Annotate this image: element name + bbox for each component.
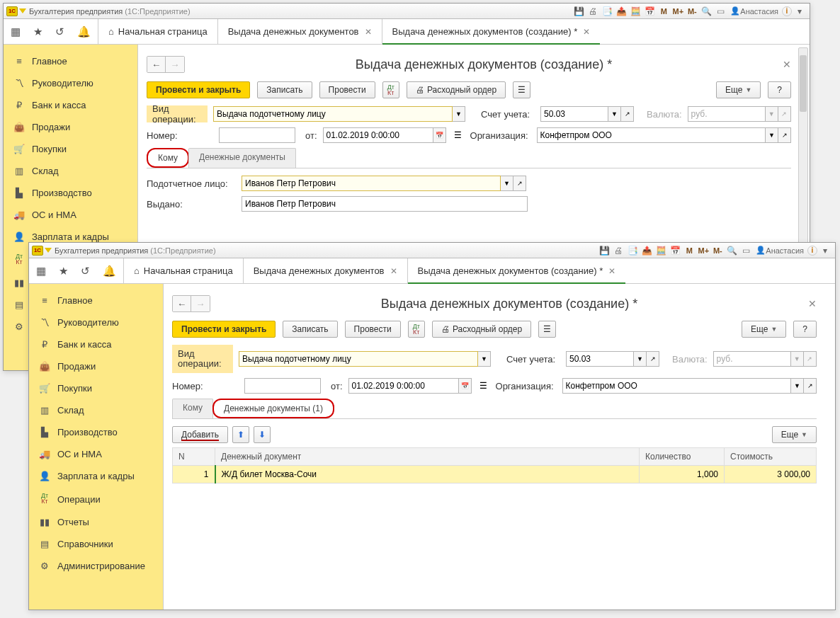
more-button[interactable]: Еще ▼ bbox=[716, 81, 761, 98]
open-icon[interactable]: ↗ bbox=[621, 106, 634, 122]
sidebar-item-sales[interactable]: 👜Продажи bbox=[4, 116, 137, 138]
post-button[interactable]: Провести bbox=[345, 321, 401, 338]
user-menu[interactable]: 👤 Анастасия bbox=[754, 244, 806, 257]
sidebar-item-sales[interactable]: 👜Продажи bbox=[29, 355, 163, 377]
close-icon[interactable]: ✕ bbox=[365, 27, 372, 37]
dtkt-button[interactable]: ДтКт bbox=[382, 81, 399, 98]
sidebar-item-bank[interactable]: ₽Банк и касса bbox=[29, 333, 163, 355]
export-icon[interactable]: 📤 bbox=[640, 244, 653, 257]
sidebar-item-main[interactable]: ≡Главное bbox=[4, 50, 137, 72]
list-icon[interactable]: ☰ bbox=[477, 381, 490, 391]
user-menu[interactable]: 👤 Анастасия bbox=[728, 5, 781, 18]
dropdown-icon[interactable]: ▼ bbox=[478, 351, 491, 367]
number-input[interactable] bbox=[219, 127, 295, 143]
save-icon[interactable]: 💾 bbox=[572, 5, 585, 18]
sidebar-item-purchases[interactable]: 🛒Покупки bbox=[29, 377, 163, 399]
star-icon[interactable]: ★ bbox=[59, 265, 68, 277]
memory-mminus-icon[interactable]: M- bbox=[686, 5, 698, 18]
bell-icon[interactable]: 🔔 bbox=[103, 265, 116, 277]
history-icon[interactable]: ↺ bbox=[81, 265, 90, 277]
zoom-icon[interactable]: 🔍 bbox=[725, 244, 738, 257]
tab-home[interactable]: ⌂ Начальная страница bbox=[98, 19, 217, 44]
title-menu-icon[interactable]: ▾ bbox=[819, 244, 832, 257]
account-input[interactable]: 50.03 bbox=[540, 106, 608, 122]
open-icon[interactable]: ↗ bbox=[513, 176, 526, 191]
sidebar-item-main[interactable]: ≡Главное bbox=[29, 290, 163, 311]
info-icon[interactable]: i bbox=[782, 6, 792, 16]
save-button[interactable]: Записать bbox=[283, 321, 337, 338]
open-icon[interactable]: ↗ bbox=[804, 378, 817, 394]
calendar-icon[interactable]: 📅 bbox=[643, 5, 656, 18]
sidebar-item-production[interactable]: ▙Производство bbox=[4, 182, 137, 204]
save-button[interactable]: Записать bbox=[257, 81, 312, 98]
sidebar-item-manager[interactable]: 〽Руководителю bbox=[29, 311, 163, 333]
structure-button[interactable]: ☰ bbox=[513, 81, 530, 98]
account-input[interactable]: 50.03 bbox=[566, 351, 634, 367]
compare-icon[interactable]: 📑 bbox=[601, 5, 613, 18]
page-close-button[interactable]: ✕ bbox=[808, 298, 817, 309]
tab-doc-active[interactable]: Выдача денежных документов (создание) * … bbox=[382, 19, 601, 44]
print-icon[interactable]: 🖨 bbox=[586, 5, 599, 18]
expense-order-button[interactable]: 🖨 Расходный ордер bbox=[407, 81, 506, 98]
sidebar-item-refs[interactable]: ▤Справочники bbox=[29, 533, 163, 555]
memory-m-icon[interactable]: M bbox=[657, 5, 670, 18]
op-type-select[interactable]: Выдача подотчетному лицу bbox=[239, 351, 478, 367]
sidebar-item-hr[interactable]: 👤Зарплата и кадры bbox=[29, 465, 163, 487]
post-button[interactable]: Провести bbox=[319, 81, 375, 98]
tab-money-docs[interactable]: Денежные документы (1) bbox=[212, 399, 334, 418]
col-cost[interactable]: Стоимость bbox=[725, 448, 817, 466]
close-icon[interactable]: ✕ bbox=[390, 266, 397, 276]
number-input[interactable] bbox=[244, 378, 321, 394]
print-icon[interactable]: 🖨 bbox=[612, 244, 625, 257]
col-qty[interactable]: Количество bbox=[640, 448, 725, 466]
memory-mplus-icon[interactable]: M+ bbox=[697, 244, 710, 257]
open-icon[interactable]: ↗ bbox=[647, 351, 659, 367]
tab-whom[interactable]: Кому bbox=[172, 399, 213, 418]
calendar-icon[interactable]: 📅 bbox=[669, 244, 681, 257]
forward-button[interactable]: → bbox=[166, 57, 184, 72]
calendar-icon[interactable]: 📅 bbox=[459, 378, 472, 394]
back-button[interactable]: ← bbox=[147, 57, 166, 72]
title-menu-icon[interactable]: ▾ bbox=[793, 5, 806, 18]
close-icon[interactable]: ✕ bbox=[583, 27, 590, 37]
windows-icon[interactable]: ▭ bbox=[714, 5, 727, 18]
sidebar-item-warehouse[interactable]: ▥Склад bbox=[4, 160, 137, 182]
back-button[interactable]: ← bbox=[173, 296, 191, 311]
tab-money-docs[interactable]: Денежные документы bbox=[188, 148, 296, 168]
sidebar-item-assets[interactable]: 🚚ОС и НМА bbox=[29, 443, 163, 465]
expense-order-button[interactable]: 🖨 Расходный ордер bbox=[432, 321, 531, 338]
star-icon[interactable]: ★ bbox=[33, 25, 42, 38]
op-type-select[interactable]: Выдача подотчетному лицу bbox=[213, 106, 453, 122]
calc-icon[interactable]: 🧮 bbox=[654, 244, 667, 257]
sidebar-item-reports[interactable]: ▮▮Отчеты bbox=[29, 511, 163, 533]
sidebar-item-production[interactable]: ▙Производство bbox=[29, 421, 163, 443]
move-down-button[interactable]: ⬇ bbox=[254, 426, 271, 443]
bell-icon[interactable]: 🔔 bbox=[77, 25, 91, 38]
close-icon[interactable]: ✕ bbox=[608, 266, 615, 276]
forward-button[interactable]: → bbox=[191, 296, 210, 311]
sidebar-item-manager[interactable]: 〽Руководителю bbox=[4, 72, 137, 94]
calc-icon[interactable]: 🧮 bbox=[629, 5, 642, 18]
dropdown-icon[interactable]: ▼ bbox=[766, 127, 778, 143]
cell-cost[interactable]: 3 000,00 bbox=[725, 466, 817, 483]
help-button[interactable]: ? bbox=[793, 321, 817, 338]
org-input[interactable]: Конфетпром ООО bbox=[562, 378, 791, 394]
save-icon[interactable]: 💾 bbox=[598, 244, 611, 257]
sidebar-item-ops[interactable]: ДтКтОперации bbox=[29, 487, 163, 511]
date-input[interactable]: 01.02.2019 0:00:00 bbox=[323, 127, 433, 143]
table-row[interactable]: 1 Ж/Д билет Москва-Сочи 1,000 3 000,00 bbox=[173, 466, 817, 483]
dtkt-button[interactable]: ДтКт bbox=[408, 321, 425, 338]
open-icon[interactable]: ↗ bbox=[778, 127, 791, 143]
sidebar-item-purchases[interactable]: 🛒Покупки bbox=[4, 138, 137, 160]
tab-home[interactable]: ⌂ Начальная страница bbox=[123, 258, 243, 283]
structure-button[interactable]: ☰ bbox=[538, 321, 556, 338]
cell-doc[interactable]: Ж/Д билет Москва-Сочи bbox=[215, 466, 640, 483]
list-icon[interactable]: ☰ bbox=[452, 130, 465, 140]
tab-doc-active[interactable]: Выдача денежных документов (создание) * … bbox=[407, 258, 626, 283]
dropdown-icon[interactable]: ▼ bbox=[791, 378, 804, 394]
info-icon[interactable]: i bbox=[807, 246, 817, 256]
sidebar-item-warehouse[interactable]: ▥Склад bbox=[29, 399, 163, 421]
history-icon[interactable]: ↺ bbox=[55, 25, 64, 38]
org-input[interactable]: Конфетпром ООО bbox=[537, 127, 766, 143]
export-icon[interactable]: 📤 bbox=[615, 5, 628, 18]
